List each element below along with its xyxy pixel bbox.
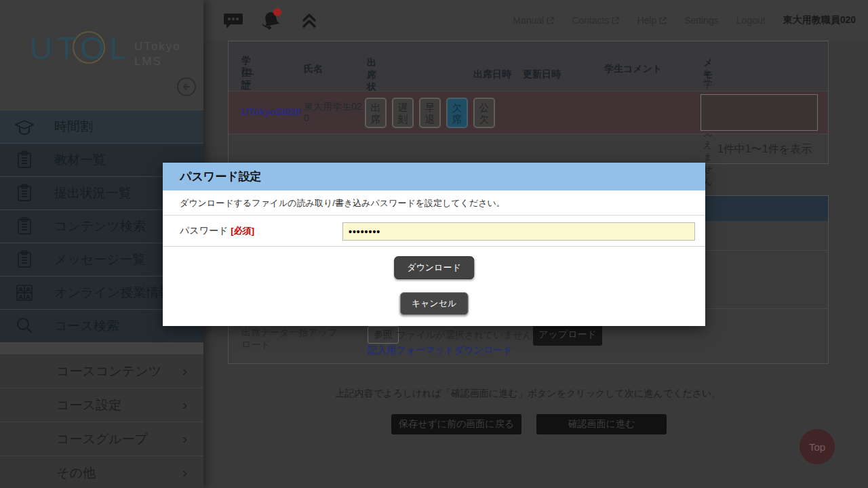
attendance-table-panel: 学生証番号(ユーザID) ▽ 氏名 出席状況 ▽ 出席日時 更新日時 学生コメン…	[228, 41, 829, 164]
clipboard-icon	[14, 249, 35, 270]
help-link[interactable]: Help	[637, 15, 667, 26]
topbar: Manual Contacts Help Settings Logout 東大用…	[203, 0, 868, 41]
col-student-comment: 学生コメント	[604, 63, 662, 75]
user-name: 東大用教職員020	[783, 14, 856, 26]
no-file-selected-text: ファイルが選択されていません。	[397, 329, 542, 342]
help-link-label: Help	[637, 15, 656, 26]
sidebar-item-label: コースグループ	[56, 430, 148, 448]
utol-attendance-page: Manual Contacts Help Settings Logout 東大用…	[0, 0, 868, 488]
logo-sub-line1: UTokyo	[134, 39, 181, 54]
sidebar-item-course-settings[interactable]: コース設定 ›	[0, 388, 203, 422]
scroll-top-button[interactable]: Top	[800, 429, 835, 464]
student-name: 東大用学生020	[304, 101, 366, 124]
external-link-icon	[659, 17, 667, 24]
logout-link[interactable]: Logout	[736, 15, 766, 26]
sidebar-item-label: コースコンテンツ	[56, 363, 161, 380]
modal-actions: ダウンロード キャンセル	[163, 247, 705, 325]
confirm-instruction-text: 上記内容でよろしければ「確認画面に進む」ボタンをクリックして次に進んでください。	[228, 388, 829, 400]
notification-bell-icon[interactable]	[260, 9, 282, 31]
attendance-row: UTokyoSt020 東大用学生020 出席 遅刻 早退 欠席 公欠	[229, 91, 828, 134]
settings-link-label: Settings	[684, 15, 719, 26]
search-icon	[14, 315, 35, 337]
online-class-icon	[14, 282, 35, 304]
chevron-right-icon: ›	[182, 431, 187, 447]
notification-badge	[273, 8, 281, 16]
sort-down-icon[interactable]: ▽	[367, 57, 372, 64]
pagination-status: 1件中1〜1件を表示	[229, 134, 828, 163]
modal-title: パスワード設定	[163, 163, 705, 190]
sidebar-item-label: 提出状況一覧	[54, 184, 132, 202]
password-setting-modal: パスワード設定 ダウンロードするファイルの読み取り/書き込みパスワードを設定して…	[163, 163, 705, 326]
chevron-right-icon: ›	[182, 465, 187, 481]
sidebar-item-course-contents[interactable]: コースコンテンツ ›	[0, 354, 203, 388]
sort-down-icon[interactable]: ▽	[241, 66, 246, 73]
logo-sub-line2: LMS	[134, 54, 181, 69]
chevron-right-icon: ›	[182, 363, 187, 379]
browse-file-button[interactable]: 参照	[368, 326, 399, 344]
sidebar-sub-menu: コースコンテンツ › コース設定 › コースグループ › その他 ›	[0, 354, 203, 488]
attendance-table-header: 学生証番号(ユーザID) ▽ 氏名 出席状況 ▽ 出席日時 更新日時 学生コメン…	[229, 41, 828, 91]
required-badge: [必須]	[231, 226, 254, 236]
chevron-right-icon: ›	[182, 397, 187, 413]
external-link-icon	[547, 17, 554, 24]
manual-link-label: Manual	[513, 15, 544, 26]
sidebar-header: UTOL UTokyo LMS	[0, 0, 203, 110]
download-button[interactable]: ダウンロード	[394, 256, 474, 279]
logout-link-label: Logout	[736, 15, 766, 26]
external-link-icon	[612, 17, 619, 24]
attendance-status-buttons: 出席 遅刻 早退 欠席 公欠	[365, 98, 495, 128]
sidebar-item-course-group[interactable]: コースグループ ›	[0, 422, 203, 455]
status-button-absent[interactable]: 欠席	[446, 98, 468, 128]
password-form-row: パスワード[必須]	[163, 216, 705, 247]
sidebar-item-label: メッセージ一覧	[54, 251, 146, 268]
modal-description: ダウンロードするファイルの読み取り/書き込みパスワードを設定してください。	[163, 190, 705, 216]
col-update-time: 更新日時	[523, 68, 561, 81]
bulk-upload-label: 出席データ一括アップロード	[241, 326, 343, 350]
utol-logo: UTOL	[30, 30, 132, 66]
back-without-save-button[interactable]: 保存せずに前の画面に戻る	[391, 414, 521, 434]
settings-link[interactable]: Settings	[684, 15, 719, 26]
contacts-link-label: Contacts	[572, 15, 609, 26]
password-label: パスワード[必須]	[180, 225, 254, 237]
format-download-link[interactable]: 記入用フォーマットダウンロード	[368, 344, 512, 357]
password-input[interactable]	[342, 222, 695, 241]
sidebar-item-label: 時間割	[54, 118, 93, 136]
upload-button[interactable]: アップロード	[533, 323, 602, 346]
sidebar-item-label: 教材一覧	[54, 151, 106, 169]
manual-link[interactable]: Manual	[513, 15, 554, 26]
sidebar-item-others[interactable]: その他 ›	[0, 455, 203, 488]
chat-icon[interactable]	[222, 9, 244, 31]
col-attend-time: 出席日時	[473, 68, 511, 81]
memo-textarea[interactable]	[701, 94, 818, 131]
clipboard-icon	[14, 182, 35, 204]
sidebar-item-label: コース設定	[56, 396, 121, 414]
sidebar-item-label: コンテンツ検索	[54, 218, 146, 235]
status-button-late[interactable]: 遅刻	[392, 98, 414, 128]
col-name: 氏名	[304, 63, 323, 75]
sidebar-divider	[0, 342, 203, 354]
proceed-to-confirm-button[interactable]: 確認画面に進む	[536, 414, 667, 434]
status-button-early-leave[interactable]: 早退	[419, 98, 441, 128]
sidebar-item-label: コース検索	[54, 317, 119, 335]
status-button-excused[interactable]: 公欠	[473, 98, 495, 128]
cancel-button[interactable]: キャンセル	[400, 292, 469, 315]
clipboard-icon	[14, 216, 35, 237]
password-label-text: パスワード	[180, 225, 228, 236]
sidebar-item-label: オンライン授業情報	[54, 284, 172, 302]
contacts-link[interactable]: Contacts	[572, 15, 619, 26]
sidebar-item-timetable[interactable]: 時間割	[0, 110, 203, 143]
utol-logo-subtitle: UTokyo LMS	[134, 39, 181, 69]
sidebar-collapse-button[interactable]	[177, 77, 196, 96]
student-id-link[interactable]: UTokyoSt020	[241, 106, 301, 117]
graduation-cap-icon	[14, 116, 35, 138]
status-button-present[interactable]: 出席	[365, 98, 387, 128]
collapse-chevrons-icon[interactable]	[298, 9, 320, 31]
clipboard-icon	[14, 149, 35, 171]
sidebar-item-label: その他	[56, 464, 96, 482]
